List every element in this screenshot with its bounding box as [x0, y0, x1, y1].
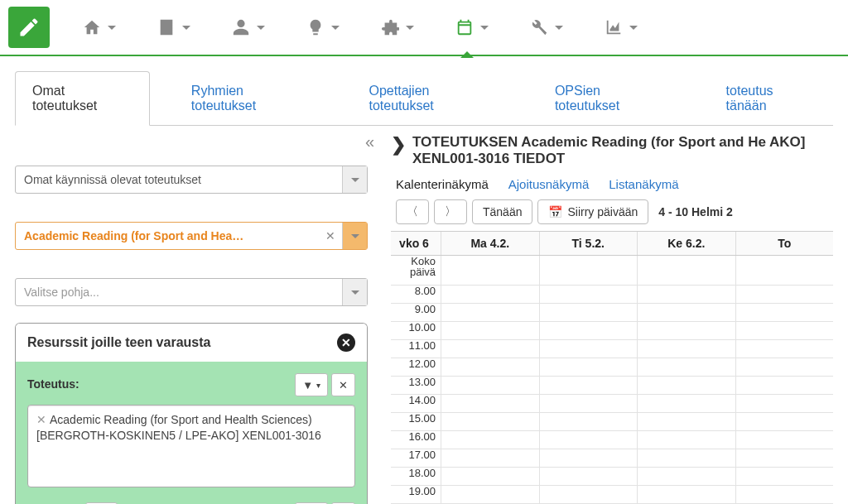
calendar-cell[interactable]: [735, 377, 834, 394]
template-select[interactable]: Valitse pohja...: [15, 278, 368, 306]
calendar-cell[interactable]: [637, 468, 735, 485]
calendar-cell[interactable]: [441, 286, 539, 303]
calendar-cell[interactable]: [637, 286, 735, 303]
clear-selection-button[interactable]: ✕: [319, 229, 342, 242]
calendar-cell[interactable]: [539, 322, 638, 339]
close-resources-button[interactable]: ✕: [337, 334, 355, 352]
nav-home[interactable]: [83, 18, 116, 36]
calendar-cell[interactable]: [637, 304, 735, 321]
calendar-cell[interactable]: [441, 358, 539, 376]
calendar-cell[interactable]: [539, 431, 638, 449]
tab-toteutus-tanaan[interactable]: toteutus tänään: [710, 72, 833, 125]
tab-opsien-toteutukset[interactable]: OPSien toteutukset: [538, 72, 685, 125]
toteutus-clear-button[interactable]: ✕: [331, 373, 355, 396]
calendar-cell[interactable]: [735, 322, 834, 339]
calendar-cell[interactable]: [735, 304, 834, 321]
calendar-cell[interactable]: [637, 322, 735, 339]
calendar-cell[interactable]: [539, 286, 638, 303]
calendar-cell[interactable]: [539, 304, 638, 321]
tab-ryhmien-toteutukset[interactable]: Ryhmien toteutukset: [175, 72, 328, 125]
calendar-cell[interactable]: [441, 486, 539, 503]
calendar-cell[interactable]: [441, 256, 539, 285]
app-logo-button[interactable]: [8, 7, 50, 48]
calendar-cell[interactable]: [735, 395, 834, 412]
calendar-cell[interactable]: [539, 395, 638, 412]
calendar-cell[interactable]: [539, 413, 638, 430]
calendar-cell[interactable]: [441, 449, 539, 467]
calendar-hour-row: 8.00: [391, 286, 833, 304]
nav-chart[interactable]: [605, 18, 638, 36]
calendar-cell[interactable]: [637, 431, 735, 449]
calendar-cell[interactable]: [735, 358, 834, 376]
calendar-cell[interactable]: [539, 486, 638, 503]
calendar-cell[interactable]: [441, 431, 539, 449]
calendar-cell[interactable]: [539, 340, 638, 358]
tab-omat-toteutukset[interactable]: Omat toteutukset: [15, 71, 150, 126]
calendar-cell[interactable]: [637, 486, 735, 503]
calendar-hour-row: 12.00: [391, 358, 833, 377]
prev-week-button[interactable]: 〈: [396, 199, 429, 224]
calendar-hour-row: 16.00: [391, 431, 833, 449]
calendar-cell[interactable]: [539, 256, 638, 285]
nav-puzzle[interactable]: [381, 18, 414, 36]
selected-course-select[interactable]: Academic Reading (for Sport and Hea… ✕: [15, 222, 368, 250]
calendar-cell[interactable]: [637, 377, 735, 394]
top-navbar: [0, 0, 848, 56]
calendar-cell[interactable]: [539, 449, 638, 467]
goto-date-button[interactable]: 📅 Siirry päivään: [537, 199, 648, 224]
nav-tools[interactable]: [530, 18, 563, 36]
tab-opettajien-toteutukset[interactable]: Opettajien toteutukset: [353, 72, 513, 125]
select-text: Omat käynnissä olevat toteutukset: [16, 173, 342, 186]
remove-item-icon[interactable]: ✕: [36, 413, 46, 426]
nav-idea[interactable]: [306, 18, 340, 36]
collapse-panel-button[interactable]: «: [365, 132, 374, 151]
calendar-cell[interactable]: [637, 413, 735, 430]
week-label: vko 6: [391, 232, 441, 255]
calendar-cell[interactable]: [637, 340, 735, 358]
calendar-cell[interactable]: [637, 256, 735, 285]
chevron-down-icon: [555, 26, 563, 30]
toteutus-item-text: Academic Reading (for Sport and Health S…: [36, 413, 321, 442]
calendar-cell[interactable]: [735, 431, 834, 449]
resources-panel: Resurssit joille teen varausta ✕ Toteutu…: [15, 323, 368, 504]
calendar-cell[interactable]: [735, 256, 834, 285]
calendar-cell[interactable]: [441, 468, 539, 485]
home-icon: [83, 18, 101, 36]
toteutus-filter-button[interactable]: ▼▾: [295, 373, 328, 396]
detail-header[interactable]: ❯ TOTEUTUKSEN Academic Reading (for Spor…: [391, 134, 833, 172]
calendar-hour-row: 11.00: [391, 340, 833, 358]
calendar-cell[interactable]: [441, 395, 539, 412]
calendar-cell[interactable]: [441, 304, 539, 321]
calendar-cell[interactable]: [735, 468, 834, 485]
calendar-cell[interactable]: [539, 358, 638, 376]
calendar-cell[interactable]: [735, 286, 834, 303]
calendar-cell[interactable]: [441, 377, 539, 394]
view-tab-list[interactable]: Listanäkymä: [609, 177, 678, 191]
calendar-cell[interactable]: [539, 377, 638, 394]
today-button[interactable]: Tänään: [472, 199, 532, 224]
chevron-down-icon: [342, 279, 367, 305]
calendar-cell[interactable]: [735, 449, 834, 467]
calendar-cell[interactable]: [441, 322, 539, 339]
view-tab-calendar[interactable]: Kalenterinäkymä: [396, 177, 489, 191]
view-tab-timing[interactable]: Ajoitusnäkymä: [508, 177, 590, 191]
nav-building[interactable]: [157, 18, 190, 36]
toteutus-items-box[interactable]: ✕Academic Reading (for Sport and Health …: [27, 405, 355, 487]
calendar-cell[interactable]: [441, 340, 539, 358]
calendar-cell[interactable]: [441, 413, 539, 430]
wrench-icon: [530, 18, 548, 36]
calendar-cell[interactable]: [735, 486, 834, 503]
calendar-cell[interactable]: [637, 395, 735, 412]
calendar-cell[interactable]: [539, 468, 638, 485]
running-courses-select[interactable]: Omat käynnissä olevat toteutukset: [15, 166, 368, 194]
nav-calendar[interactable]: [455, 18, 489, 36]
calendar-cell[interactable]: [735, 413, 834, 430]
calendar-hour-row: 14.00: [391, 395, 833, 413]
calendar-cell[interactable]: [637, 449, 735, 467]
calendar-allday-row: Koko päivä: [391, 256, 833, 286]
next-week-button[interactable]: 〉: [434, 199, 467, 224]
calendar-cell[interactable]: [637, 358, 735, 376]
chevron-down-icon: [257, 26, 265, 30]
calendar-cell[interactable]: [735, 340, 834, 358]
nav-user[interactable]: [232, 18, 265, 36]
